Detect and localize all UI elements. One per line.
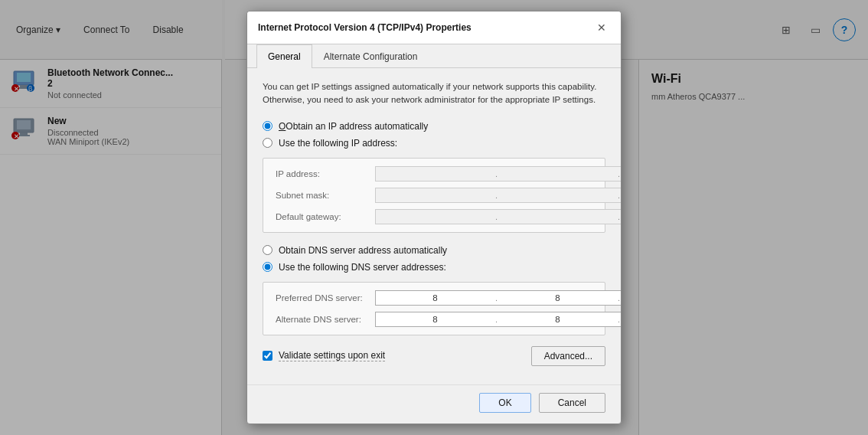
- ip-fields-section: IP address: . . . Subnet mask:: [263, 158, 605, 233]
- ipv4-properties-dialog: Internet Protocol Version 4 (TCP/IPv4) P…: [246, 11, 622, 424]
- ip-address-label: IP address:: [276, 169, 375, 178]
- manual-ip-label: Use the following IP address:: [279, 138, 397, 149]
- subnet-seg-2: [498, 188, 617, 202]
- ip-address-row: IP address: . . .: [276, 166, 592, 182]
- auto-ip-radio-option[interactable]: OObtain an IP address automatically: [263, 121, 605, 132]
- validate-label: Validate settings upon exit: [279, 350, 385, 361]
- subnet-mask-row: Subnet mask: . . .: [276, 188, 592, 203]
- dialog-footer: OK Cancel: [247, 384, 621, 424]
- close-button[interactable]: ✕: [593, 19, 610, 36]
- ip-seg-1: [376, 167, 494, 181]
- ip-address-input: . . .: [375, 166, 621, 182]
- ok-button[interactable]: OK: [479, 393, 530, 413]
- auto-ip-radio[interactable]: [263, 121, 272, 131]
- default-gateway-row: Default gateway: . . .: [276, 209, 592, 224]
- manual-dns-radio[interactable]: [263, 262, 272, 272]
- modal-overlay: Internet Protocol Version 4 (TCP/IPv4) P…: [0, 0, 868, 435]
- footer-row: Validate settings upon exit Advanced...: [263, 346, 605, 366]
- cancel-button[interactable]: Cancel: [539, 393, 605, 413]
- alternate-dns-label: Alternate DNS server:: [276, 315, 375, 324]
- preferred-dns-row: Preferred DNS server: . . .: [276, 290, 592, 306]
- ip-radio-group: OObtain an IP address automatically Use …: [263, 121, 605, 149]
- validate-checkbox[interactable]: [263, 351, 272, 361]
- subnet-mask-label: Subnet mask:: [276, 191, 375, 200]
- validate-checkbox-option[interactable]: Validate settings upon exit: [263, 350, 385, 361]
- default-gateway-label: Default gateway:: [276, 212, 375, 221]
- auto-dns-label: Obtain DNS server address automatically: [279, 245, 447, 256]
- auto-dns-radio[interactable]: [263, 245, 272, 255]
- dialog-tabs: General Alternate Configuration: [247, 44, 621, 68]
- preferred-dns-label: Preferred DNS server:: [276, 293, 375, 303]
- dns-radio-group: Obtain DNS server address automatically …: [263, 245, 605, 273]
- alternate-dns-row: Alternate DNS server: . . .: [276, 312, 592, 327]
- subnet-mask-input: . . .: [375, 188, 621, 203]
- manual-ip-radio[interactable]: [263, 138, 272, 148]
- manual-dns-label: Use the following DNS server addresses:: [279, 262, 446, 273]
- dialog-content: You can get IP settings assigned automat…: [247, 68, 621, 384]
- info-text: You can get IP settings assigned automat…: [263, 80, 605, 107]
- dns-fields-section: Preferred DNS server: . . . Alternate DN…: [263, 282, 605, 335]
- adns-seg-1[interactable]: [376, 312, 494, 326]
- pdns-seg-2[interactable]: [498, 291, 617, 305]
- adns-seg-2[interactable]: [498, 312, 617, 326]
- subnet-seg-1: [376, 188, 494, 202]
- auto-dns-radio-option[interactable]: Obtain DNS server address automatically: [263, 245, 605, 256]
- dialog-titlebar: Internet Protocol Version 4 (TCP/IPv4) P…: [247, 11, 621, 44]
- tab-alternate-configuration[interactable]: Alternate Configuration: [312, 44, 429, 68]
- preferred-dns-input[interactable]: . . .: [375, 290, 621, 306]
- dialog-title: Internet Protocol Version 4 (TCP/IPv4) P…: [258, 22, 472, 33]
- manual-ip-radio-option[interactable]: Use the following IP address:: [263, 138, 605, 149]
- ip-seg-2: [498, 167, 617, 181]
- tab-general[interactable]: General: [256, 44, 312, 68]
- default-gateway-input: . . .: [375, 209, 621, 224]
- alternate-dns-input[interactable]: . . .: [375, 312, 621, 327]
- auto-ip-label: OObtain an IP address automatically: [279, 121, 428, 132]
- pdns-seg-1[interactable]: [376, 291, 494, 305]
- gateway-seg-2: [498, 210, 617, 224]
- advanced-button[interactable]: Advanced...: [531, 346, 605, 366]
- manual-dns-radio-option[interactable]: Use the following DNS server addresses:: [263, 262, 605, 273]
- gateway-seg-1: [376, 210, 494, 224]
